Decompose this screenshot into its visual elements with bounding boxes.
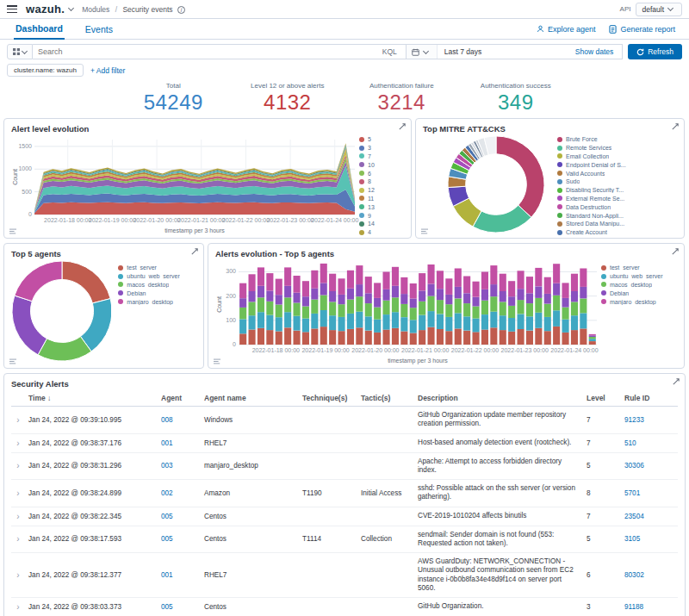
row-expand-chevron[interactable]: › bbox=[11, 439, 25, 448]
row-expand-chevron[interactable]: › bbox=[11, 570, 25, 580]
cell-rule-id[interactable]: 23504 bbox=[624, 513, 678, 520]
refresh-button[interactable]: Refresh bbox=[628, 44, 682, 59]
col-description[interactable]: Description bbox=[418, 394, 583, 402]
legend-item[interactable]: 7 bbox=[359, 152, 404, 161]
legend-item[interactable]: Stored Data Manipu... bbox=[557, 220, 659, 228]
cell-agent-id[interactable]: 002 bbox=[161, 489, 201, 497]
legend-item[interactable]: 6 bbox=[359, 169, 404, 177]
cell-agent-id[interactable]: 001 bbox=[161, 571, 201, 579]
wazuh-logo[interactable]: wazuh. bbox=[26, 3, 65, 16]
pie-slice-remote-services[interactable] bbox=[473, 205, 531, 233]
cell-agent-id[interactable]: 001 bbox=[161, 439, 201, 447]
legend-item[interactable]: 11 bbox=[359, 195, 404, 203]
col-tactic[interactable]: Tactic(s) bbox=[361, 394, 414, 402]
cell-rule-id[interactable]: 91233 bbox=[624, 416, 678, 424]
legend-item[interactable]: 12 bbox=[359, 186, 404, 195]
legend-item[interactable]: ubuntu_web_server bbox=[601, 272, 675, 281]
legend-item[interactable]: Email Collection bbox=[557, 152, 659, 161]
explore-agent-button[interactable]: Explore agent bbox=[537, 25, 596, 34]
row-expand-chevron[interactable]: › bbox=[11, 534, 25, 544]
show-dates-button[interactable]: Show dates bbox=[567, 47, 622, 56]
tab-events[interactable]: Events bbox=[84, 20, 115, 39]
legend-item[interactable]: 13 bbox=[359, 202, 404, 211]
legend-item[interactable]: Sudo bbox=[557, 177, 659, 186]
expand-icon[interactable] bbox=[672, 248, 679, 255]
generate-report-button[interactable]: Generate report bbox=[609, 25, 675, 34]
cell-agent-id[interactable]: 005 bbox=[161, 603, 201, 611]
time-range-value[interactable]: Last 7 days bbox=[438, 47, 567, 56]
legend-item[interactable]: Brute Force bbox=[557, 135, 659, 144]
legend-item[interactable]: ubuntu_web_server bbox=[118, 272, 196, 281]
legend-item[interactable]: 4 bbox=[359, 228, 404, 237]
chevron-down-icon[interactable] bbox=[68, 5, 74, 11]
pie-slice-test-server[interactable] bbox=[62, 261, 110, 303]
col-technique[interactable]: Technique(s) bbox=[302, 394, 357, 402]
cell-rule-id[interactable]: 30306 bbox=[624, 462, 678, 470]
top-mitre-attacks-donut[interactable] bbox=[447, 135, 545, 233]
inspect-icon[interactable] bbox=[9, 358, 16, 364]
inspect-icon[interactable] bbox=[214, 358, 220, 364]
col-rule-id[interactable]: Rule ID bbox=[624, 394, 678, 402]
legend-item[interactable]: Standard Non-Appli... bbox=[557, 211, 659, 220]
row-expand-chevron[interactable]: › bbox=[11, 488, 25, 498]
legend-item[interactable]: Endpoint Denial of S... bbox=[557, 160, 659, 169]
cell-agent-id[interactable]: 005 bbox=[161, 513, 201, 520]
legend-item[interactable]: Debian bbox=[601, 289, 675, 297]
legend-item[interactable]: 5 bbox=[359, 135, 404, 144]
legend-item[interactable]: macos_desktop bbox=[118, 281, 196, 289]
legend-item[interactable]: Data Destruction bbox=[557, 202, 659, 211]
legend-item[interactable]: Valid Accounts bbox=[557, 169, 659, 177]
col-agent[interactable]: Agent bbox=[161, 394, 201, 402]
cell-agent-id[interactable]: 003 bbox=[161, 462, 201, 470]
legend-item[interactable]: Remote Services bbox=[557, 144, 659, 152]
cell-rule-id[interactable]: 3105 bbox=[624, 535, 678, 543]
row-expand-chevron[interactable]: › bbox=[11, 512, 25, 521]
search-input[interactable] bbox=[38, 47, 379, 56]
row-expand-chevron[interactable]: › bbox=[11, 602, 25, 612]
kql-label[interactable]: KQL bbox=[379, 47, 400, 56]
row-expand-chevron[interactable]: › bbox=[11, 415, 25, 425]
col-time[interactable]: Time ↓ bbox=[28, 394, 158, 402]
cell-rule-id[interactable]: 510 bbox=[624, 439, 678, 447]
pie-slice-manjaro-desktop[interactable] bbox=[15, 261, 62, 302]
col-level[interactable]: Level bbox=[587, 394, 621, 402]
top-5-agents-donut[interactable] bbox=[11, 260, 111, 362]
legend-item[interactable]: manjaro_desktop bbox=[601, 297, 675, 306]
legend-item[interactable]: macos_desktop bbox=[601, 281, 675, 289]
legend-item[interactable]: Debian bbox=[118, 289, 196, 297]
calendar-menu-button[interactable] bbox=[407, 45, 438, 59]
legend-item[interactable]: 9 bbox=[359, 211, 404, 220]
pie-slice-debian[interactable] bbox=[12, 296, 47, 355]
legend-item[interactable]: 14 bbox=[359, 220, 404, 228]
legend-item[interactable]: 8 bbox=[359, 177, 404, 186]
add-filter-button[interactable]: + Add filter bbox=[90, 66, 125, 75]
legend-item[interactable]: manjaro_desktop bbox=[118, 297, 196, 306]
col-agent-name[interactable]: Agent name bbox=[204, 394, 299, 402]
expand-icon[interactable] bbox=[673, 378, 680, 385]
filter-chip[interactable]: cluster.name: wazuh bbox=[7, 64, 84, 77]
breadcrumb-section[interactable]: Modules bbox=[82, 5, 109, 14]
legend-item[interactable]: Create Account bbox=[557, 228, 659, 237]
inspect-icon[interactable] bbox=[421, 228, 428, 234]
legend-item[interactable]: 10 bbox=[359, 160, 404, 169]
row-expand-chevron[interactable]: › bbox=[11, 461, 25, 470]
tab-dashboard[interactable]: Dashboard bbox=[14, 19, 65, 40]
alerts-evolution-bar-chart[interactable]: 01002003002022-01-18 00:002022-01-19 00:… bbox=[215, 260, 601, 365]
pie-slice-brute-force[interactable] bbox=[496, 136, 544, 217]
expand-icon[interactable] bbox=[399, 123, 406, 130]
info-icon[interactable]: i bbox=[177, 6, 185, 14]
cell-agent-id[interactable]: 008 bbox=[161, 416, 201, 424]
cell-rule-id[interactable]: 80302 bbox=[624, 571, 678, 579]
legend-item[interactable]: Disabling Security T... bbox=[557, 186, 659, 195]
legend-item[interactable]: 3 bbox=[359, 144, 404, 152]
inspect-icon[interactable] bbox=[9, 228, 16, 234]
legend-item[interactable]: test_server bbox=[601, 264, 675, 272]
cell-rule-id[interactable]: 5701 bbox=[624, 489, 678, 497]
expand-icon[interactable] bbox=[672, 123, 679, 130]
menu-icon[interactable] bbox=[7, 5, 17, 13]
saved-query-menu-button[interactable] bbox=[7, 44, 33, 59]
api-selector[interactable]: default bbox=[636, 3, 682, 16]
legend-item[interactable]: External Remote Se... bbox=[557, 195, 659, 203]
cell-rule-id[interactable]: 91188 bbox=[624, 603, 678, 611]
alert-level-evolution-chart[interactable]: 0500100015002022-01-18 00:002022-01-19 0… bbox=[11, 135, 359, 235]
